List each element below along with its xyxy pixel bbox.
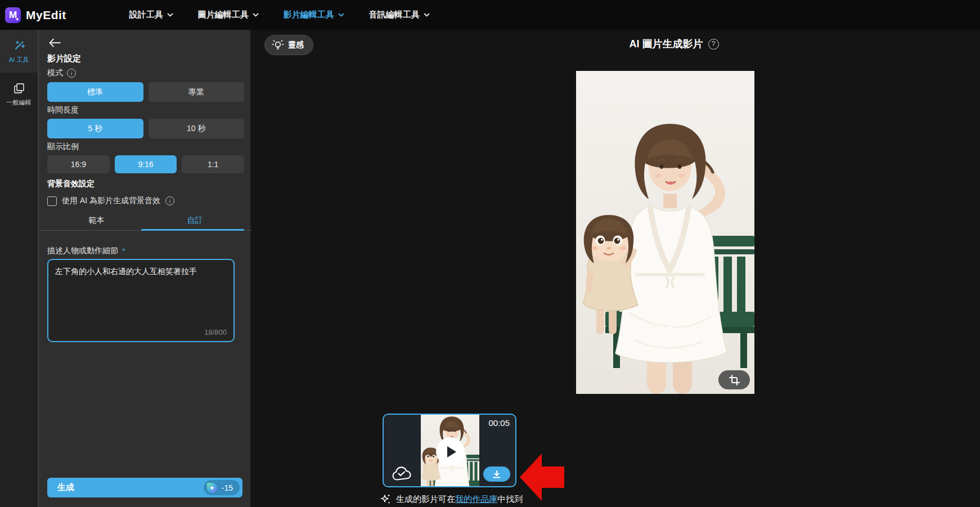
prompt-textarea[interactable]: 左下角的小人和右邊的大人互相笑著拉手 <box>48 260 233 326</box>
chevron-down-icon <box>167 13 173 17</box>
active-tab-underline <box>141 229 244 231</box>
bgm-checkbox-label: 使用 AI 為影片生成背景音效 <box>62 196 160 206</box>
menu-photo-tools[interactable]: 圖片編輯工具 <box>198 10 259 20</box>
note-suffix: 中找到 <box>497 494 523 504</box>
credit-cost-pill: -15 <box>204 480 240 495</box>
panel-title: 影片設定 <box>47 53 81 64</box>
mode-pro-button[interactable]: 專業 <box>149 82 245 102</box>
my-projects-link[interactable]: 我的作品庫 <box>455 494 497 504</box>
crop-button[interactable] <box>718 370 750 389</box>
app-window: M✦ MyEdit 設計工具 圖片編輯工具 影片編輯工具 音訊編輯工具 <box>0 0 980 507</box>
bgm-info-icon[interactable]: i <box>165 196 174 205</box>
back-button[interactable] <box>47 35 62 50</box>
magic-wand-icon <box>12 39 26 52</box>
ratio-button-group: 16:9 9:16 1:1 <box>47 155 244 173</box>
tool-rail: AI 工具 一般編輯 <box>0 30 38 507</box>
mode-standard-button[interactable]: 標準 <box>47 82 143 102</box>
play-button[interactable] <box>436 437 465 466</box>
menu-label: 圖片編輯工具 <box>198 10 249 20</box>
mode-label-row: 模式 i <box>47 68 76 78</box>
menu-design-tools[interactable]: 設計工具 <box>129 10 173 20</box>
menu-label: 設計工具 <box>129 10 163 20</box>
cloud-saved-button[interactable] <box>392 466 412 483</box>
video-settings-panel: 影片設定 模式 i 標準 專業 時間長度 5 秒 10 秒 顯示比例 16:9 … <box>38 30 250 507</box>
menu-label: 音訊編輯工具 <box>369 10 420 20</box>
duration-label: 時間長度 <box>47 105 79 115</box>
prompt-label-row: 描述人物或動作細節 * <box>47 246 125 256</box>
lightbulb-icon <box>272 39 284 51</box>
ratio-label: 顯示比例 <box>47 142 79 152</box>
rail-item-label: 一般編輯 <box>7 98 32 107</box>
char-counter: 18/800 <box>204 328 227 336</box>
play-icon <box>447 446 456 457</box>
generate-label: 生成 <box>57 482 74 493</box>
annotation-arrow-left <box>520 450 565 501</box>
rail-item-general-edit[interactable]: 一般編輯 <box>0 73 38 115</box>
arrow-left-icon <box>48 38 61 48</box>
ratio-9-16-button[interactable]: 9:16 <box>115 155 177 173</box>
generate-button[interactable]: 生成 -15 <box>47 478 242 497</box>
credit-coin-icon <box>206 482 218 493</box>
video-duration: 00:05 <box>488 418 510 428</box>
bgm-checkbox[interactable] <box>47 196 57 206</box>
brand-name: MyEdit <box>26 8 66 22</box>
note-prefix: 生成的影片可在 <box>396 494 455 504</box>
duration-button-group: 5 秒 10 秒 <box>47 119 244 138</box>
download-button[interactable] <box>483 466 510 482</box>
duration-5s-button[interactable]: 5 秒 <box>47 119 143 138</box>
overlapping-squares-icon <box>12 82 26 95</box>
result-note: 生成的影片可在我的作品庫中找到 <box>380 493 523 505</box>
prompt-field-wrap: 左下角的小人和右邊的大人互相笑著拉手 18/800 <box>47 259 235 342</box>
chevron-down-icon <box>424 13 430 17</box>
top-navbar: M✦ MyEdit 設計工具 圖片編輯工具 影片編輯工具 音訊編輯工具 <box>0 0 980 30</box>
menu-video-tools[interactable]: 影片編輯工具 <box>284 10 344 20</box>
duration-10s-button[interactable]: 10 秒 <box>149 119 245 138</box>
myedit-logo-icon: M✦ <box>5 7 21 23</box>
mode-button-group: 標準 專業 <box>47 82 244 102</box>
page-title-text: AI 圖片生成影片 <box>629 37 703 51</box>
mode-info-icon[interactable]: i <box>67 69 76 78</box>
inspiration-label: 靈感 <box>288 40 304 50</box>
mode-label: 模式 <box>47 68 63 78</box>
ratio-1-1-button[interactable]: 1:1 <box>182 155 244 173</box>
chevron-down-icon <box>253 13 259 17</box>
inspiration-button[interactable]: 靈感 <box>264 35 313 55</box>
ratio-16-9-button[interactable]: 16:9 <box>47 155 110 173</box>
myedit-logo[interactable]: M✦ MyEdit <box>5 7 66 23</box>
cloud-check-icon <box>392 466 412 481</box>
sparkle-icon <box>380 493 392 505</box>
help-icon[interactable]: ? <box>708 39 719 50</box>
source-image <box>576 71 754 394</box>
credit-cost: -15 <box>222 483 233 492</box>
menu-label: 影片編輯工具 <box>284 10 334 20</box>
main-menu: 設計工具 圖片編輯工具 影片編輯工具 音訊編輯工具 <box>129 10 430 20</box>
download-icon <box>492 470 501 479</box>
page-title: AI 圖片生成影片 ? <box>573 37 775 51</box>
bgm-checkbox-row: 使用 AI 為影片生成背景音效 i <box>47 196 174 206</box>
bgm-heading: 背景音效設定 <box>47 179 95 189</box>
rail-item-ai-tools[interactable]: AI 工具 <box>0 30 38 73</box>
crop-icon <box>729 374 740 386</box>
generated-video-card[interactable]: 00:05 <box>383 414 516 487</box>
chevron-down-icon <box>338 13 344 17</box>
prompt-label: 描述人物或動作細節 <box>47 246 118 256</box>
required-asterisk: * <box>122 246 125 255</box>
rail-item-label: AI 工具 <box>9 56 29 64</box>
menu-audio-tools[interactable]: 音訊編輯工具 <box>369 10 430 20</box>
